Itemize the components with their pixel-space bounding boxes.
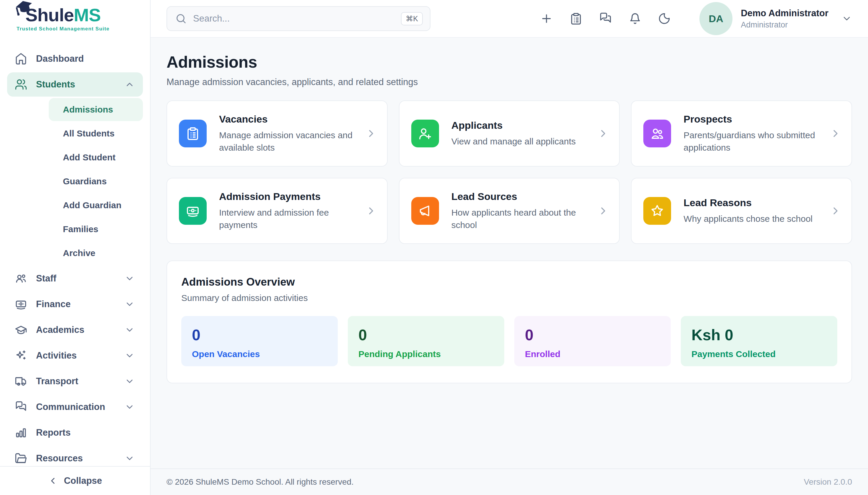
avatar: DA [699,2,732,35]
collapse-label: Collapse [64,476,102,486]
sidebar-item-communication[interactable]: Communication [7,395,143,419]
page-title: Admissions [167,53,852,71]
sidebar-item-finance[interactable]: Finance [7,292,143,316]
stat-value: 0 [359,327,493,343]
chevron-down-icon [125,325,135,335]
sidebar-item-label: Activities [36,350,77,361]
stats-grid: 0 Open Vacancies 0 Pending Applicants 0 … [181,316,837,366]
chevron-left-icon [48,476,58,486]
collapse-button[interactable]: Collapse [48,476,102,486]
staff-icon [15,272,27,285]
stat-value: 0 [192,327,327,343]
chevron-right-icon [830,205,841,217]
card-description: Manage admission vacancies and available… [219,129,362,154]
stat-pending-applicants: 0 Pending Applicants [348,316,504,366]
sidebar-item-label: Resources [36,453,83,464]
app-tagline: Trusted School Management Suite [17,26,109,32]
stat-value: 0 [525,327,660,343]
submenu-item-admissions[interactable]: Admissions [49,98,143,121]
chevron-down-icon [125,299,135,309]
submenu-item-archive[interactable]: Archive [49,242,143,264]
users-icon [15,78,27,91]
sidebar-item-students[interactable]: Students [7,72,143,97]
sidebar-item-reports[interactable]: Reports [7,421,143,445]
search-input[interactable] [193,13,401,24]
admission-payments-card[interactable]: Admission Payments Interview and admissi… [167,178,388,244]
search-icon [175,13,187,24]
topbar: ⌘K DA Demo Administrator Admi [151,0,868,38]
notifications-button[interactable] [628,12,643,26]
sidebar-item-dashboard[interactable]: Dashboard [7,47,143,71]
users-icon [643,120,671,147]
card-description: How applicants heard about the school [451,206,595,231]
bus-icon [15,375,27,388]
sidebar-item-label: Finance [36,299,71,309]
prospects-card[interactable]: Prospects Parents/guardians who submitte… [631,100,852,167]
messages-button[interactable] [599,12,613,26]
sidebar-item-label: Communication [36,402,105,412]
clipboard-icon [179,120,207,147]
version-text: Version 2.0.0 [804,477,852,487]
sidebar-footer: Collapse [0,466,150,495]
card-title: Lead Sources [451,191,595,202]
sidebar-item-academics[interactable]: Academics [7,318,143,342]
bar-chart-icon [15,426,27,439]
submenu-item-guardians[interactable]: Guardians [49,170,143,193]
app-logo[interactable]: ShuleMS Trusted School Management Suite [0,0,150,38]
user-menu[interactable]: DA Demo Administrator Administrator [699,2,852,35]
search-shortcut-badge: ⌘K [401,12,423,25]
folder-icon [15,452,27,465]
lead-reasons-card[interactable]: Lead Reasons Why applicants chose the sc… [631,178,852,244]
page-subtitle: Manage admission vacancies, applicants, … [167,77,852,87]
sidebar-item-transport[interactable]: Transport [7,369,143,393]
applicants-card[interactable]: Applicants View and manage all applicant… [399,100,620,167]
vacancies-card[interactable]: Vacancies Manage admission vacancies and… [167,100,388,167]
chevron-right-icon [597,205,609,217]
sidebar-item-label: Reports [36,427,71,438]
card-title: Admission Payments [219,191,362,202]
graduation-cap-icon [15,324,27,336]
chevron-down-icon [125,454,135,463]
sidebar-item-label: Transport [36,376,78,387]
stat-enrolled: 0 Enrolled [514,316,671,366]
chevron-down-icon [125,402,135,412]
main-column: ⌘K DA Demo Administrator Admi [151,0,868,495]
graduation-cap-logo-icon [12,0,38,19]
card-description: Why applicants chose the school [683,212,827,225]
user-role: Administrator [741,20,829,30]
stat-label: Payments Collected [692,349,827,359]
banknote-icon [15,298,27,310]
stat-value: Ksh 0 [692,327,827,343]
chevron-right-icon [365,127,377,139]
search-box: ⌘K [167,6,431,31]
students-submenu: Admissions All Students Add Student Guar… [7,98,143,264]
chat-bubbles-icon [599,12,612,25]
card-title: Vacancies [219,114,362,125]
card-description: Parents/guardians who submitted applicat… [683,129,827,154]
sidebar-nav: Dashboard Students Admissions All Studen… [0,38,150,466]
sidebar-item-label: Staff [36,273,56,284]
lead-sources-card[interactable]: Lead Sources How applicants heard about … [399,178,620,244]
submenu-item-families[interactable]: Families [49,218,143,241]
user-plus-icon [411,120,439,147]
chevron-up-icon [125,80,135,89]
bell-icon [628,12,642,25]
user-info: Demo Administrator Administrator [741,8,829,30]
megaphone-icon [411,197,439,225]
dark-mode-button[interactable] [658,12,672,26]
sparkles-icon [15,349,27,362]
card-description: View and manage all applicants [451,135,595,147]
submenu-item-add-guardian[interactable]: Add Guardian [49,194,143,217]
card-title: Lead Reasons [683,197,827,208]
add-button[interactable] [540,12,554,26]
submenu-item-add-student[interactable]: Add Student [49,146,143,169]
sidebar-item-resources[interactable]: Resources [7,446,143,466]
copyright-text: © 2026 ShuleMS Demo School. All rights r… [167,477,354,487]
chevron-right-icon [830,127,841,139]
home-icon [15,53,27,65]
sidebar-item-activities[interactable]: Activities [7,343,143,368]
card-description: Interview and admission fee payments [219,206,362,231]
sidebar-item-staff[interactable]: Staff [7,267,143,291]
tasks-button[interactable] [570,12,584,26]
submenu-item-all-students[interactable]: All Students [49,122,143,145]
